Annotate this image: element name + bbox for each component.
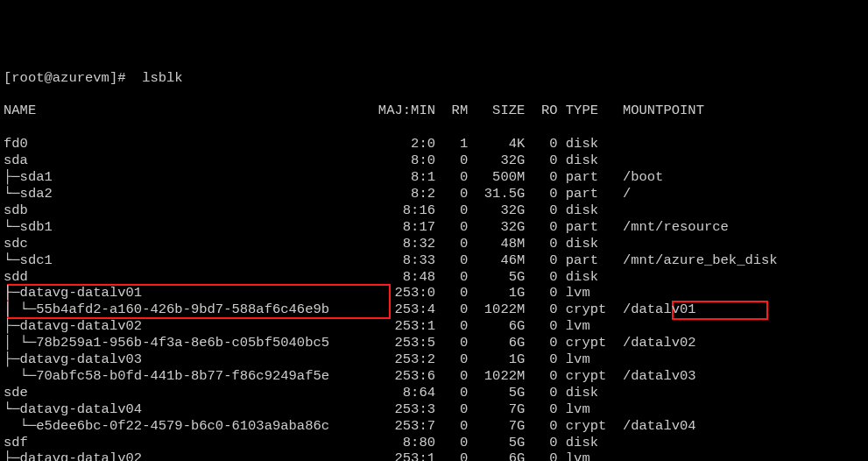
lsblk-row: sde 8:64 0 5G 0 disk xyxy=(4,385,868,401)
lsblk-row: fd0 2:0 1 4K 0 disk xyxy=(4,136,868,152)
lsblk-row: └─sda2 8:2 0 31.5G 0 part / xyxy=(4,186,868,202)
lsblk-row: ├─datavg-datalv01 253:0 0 1G 0 lvm xyxy=(4,285,868,301)
lsblk-row: sda 8:0 0 32G 0 disk xyxy=(4,152,868,169)
lsblk-row: └─datavg-datalv04 253:3 0 7G 0 lvm xyxy=(4,401,868,418)
lsblk-row: ├─sda1 8:1 0 500M 0 part /boot xyxy=(4,169,868,186)
lsblk-row: └─sdb1 8:17 0 32G 0 part /mnt/resource xyxy=(4,219,868,236)
lsblk-row: ├─datavg-datalv02 253:1 0 6G 0 lvm xyxy=(4,450,868,461)
lsblk-row: ├─datavg-datalv03 253:2 0 1G 0 lvm xyxy=(4,351,868,368)
lsblk-row: sdd 8:48 0 5G 0 disk xyxy=(4,269,868,286)
lsblk-row: └─70abfc58-b0fd-441b-8b77-f86c9249af5e 2… xyxy=(4,368,868,385)
lsblk-row: sdf 8:80 0 5G 0 disk xyxy=(4,435,868,451)
lsblk-row: ├─datavg-datalv02 253:1 0 6G 0 lvm xyxy=(4,318,868,335)
lsblk-row: └─sdc1 8:33 0 46M 0 part /mnt/azure_bek_… xyxy=(4,252,868,269)
lsblk-row: sdb 8:16 0 32G 0 disk xyxy=(4,202,868,219)
highlight-group: ├─datavg-datalv01 253:0 0 1G 0 lvm │ └─5… xyxy=(4,285,868,318)
lsblk-row: └─e5dee6bc-0f22-4579-b6c0-6103a9aba86c 2… xyxy=(4,418,868,435)
lsblk-output: fd0 2:0 1 4K 0 disk sda 8:0 0 32G 0 disk… xyxy=(4,136,868,461)
lsblk-row: │ └─55b4afd2-a160-426b-9bd7-588af6c46e9b… xyxy=(4,301,868,318)
shell-prompt: [root@azurevm]# lsblk xyxy=(4,70,868,87)
lsblk-row: sdc 8:32 0 48M 0 disk xyxy=(4,236,868,252)
lsblk-row: │ └─78b259a1-956b-4f3a-8e6b-c05bf5040bc5… xyxy=(4,335,868,351)
lsblk-header: NAME MAJ:MIN RM SIZE RO TYPE MOUNTPOINT xyxy=(4,103,868,119)
